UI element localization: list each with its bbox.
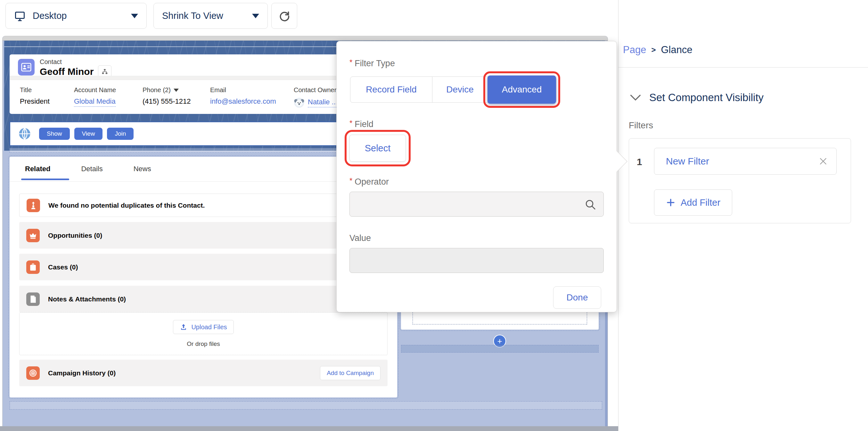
required-marker: * bbox=[349, 58, 352, 67]
opportunity-icon bbox=[26, 229, 40, 242]
related-list-opportunities[interactable]: Opportunities (0) bbox=[19, 222, 388, 248]
required-marker: * bbox=[349, 119, 352, 128]
add-filter-button[interactable]: Add Filter bbox=[654, 190, 732, 216]
contact-record-icon bbox=[18, 59, 35, 75]
show-button[interactable]: Show bbox=[39, 128, 70, 140]
field-label: * Field bbox=[349, 119, 373, 129]
account-link[interactable]: Global Media bbox=[74, 97, 116, 107]
device-selector-value: Desktop bbox=[33, 10, 67, 21]
filter-type-record-field[interactable]: Record Field bbox=[350, 77, 432, 102]
field-value: President bbox=[20, 97, 50, 106]
entity-type-label: Contact bbox=[40, 58, 62, 66]
field-label: Phone (2) bbox=[143, 87, 171, 94]
potential-duplicates-icon bbox=[27, 199, 40, 212]
filter-type-label: * Filter Type bbox=[349, 59, 395, 68]
tab-news[interactable]: News bbox=[133, 165, 151, 173]
refresh-icon bbox=[278, 10, 291, 23]
component-placeholder-strip bbox=[10, 401, 602, 409]
upload-files-button[interactable]: Upload Files bbox=[173, 320, 234, 334]
field-label: Account Name bbox=[74, 87, 116, 94]
filters-label: Filters bbox=[629, 120, 653, 131]
chevron-down-icon bbox=[131, 14, 138, 18]
active-tab-underline bbox=[21, 178, 69, 180]
view-button-label: View bbox=[82, 130, 95, 137]
related-list-title: Notes & Attachments (0) bbox=[48, 295, 126, 303]
filter-type-advanced-selected[interactable]: Advanced bbox=[488, 75, 556, 104]
new-filter-button[interactable]: New Filter bbox=[654, 148, 837, 175]
field-title: Title President bbox=[20, 87, 50, 106]
record-tabs: Related Details News bbox=[25, 165, 151, 173]
show-button-label: Show bbox=[47, 130, 62, 137]
monitor-icon bbox=[14, 10, 26, 22]
owner-link[interactable]: Natalie ... bbox=[308, 98, 338, 107]
chevron-down-icon[interactable] bbox=[174, 89, 179, 92]
note-icon bbox=[26, 293, 40, 306]
component-visibility-section-toggle[interactable]: Set Component Visibility bbox=[630, 92, 764, 104]
related-list-campaign-history[interactable]: Campaign History (0) Add to Campaign bbox=[19, 360, 388, 386]
field-select-button[interactable]: Select bbox=[349, 135, 406, 162]
filter-type-button-group: Record Field Device Advanced bbox=[350, 76, 556, 103]
operator-label: * Operator bbox=[349, 177, 389, 187]
view-mode-dropdown[interactable]: Shrink To View bbox=[153, 3, 268, 29]
component-placeholder-strip bbox=[401, 345, 599, 353]
breadcrumb-separator: > bbox=[651, 45, 656, 55]
breadcrumb: Page > Glance bbox=[623, 44, 692, 56]
related-list-notes-attachments[interactable]: Notes & Attachments (0) bbox=[19, 286, 388, 312]
duplicates-card: We found no potential duplicates of this… bbox=[19, 194, 388, 217]
chevron-down-icon bbox=[252, 14, 259, 18]
properties-panel: Page > Glance Set Component Visibility F… bbox=[618, 0, 868, 431]
panel-divider bbox=[619, 67, 868, 68]
related-list-title: Opportunities (0) bbox=[48, 232, 102, 239]
hierarchy-icon bbox=[101, 68, 108, 75]
tab-related[interactable]: Related bbox=[25, 165, 50, 173]
breadcrumb-page-link[interactable]: Page bbox=[623, 44, 646, 56]
file-drop-zone[interactable]: Upload Files Or drop files bbox=[19, 312, 388, 355]
search-icon bbox=[584, 198, 596, 212]
add-to-campaign-button[interactable]: Add to Campaign bbox=[320, 366, 380, 380]
section-title: Set Component Visibility bbox=[649, 92, 764, 104]
upload-icon bbox=[180, 323, 187, 331]
add-filter-label: Add Filter bbox=[681, 197, 720, 208]
device-selector-dropdown[interactable]: Desktop bbox=[5, 3, 147, 29]
refresh-button[interactable] bbox=[271, 3, 297, 29]
drop-files-hint: Or drop files bbox=[187, 340, 220, 347]
duplicates-message: We found no potential duplicates of this… bbox=[49, 202, 205, 209]
required-marker: * bbox=[349, 176, 352, 185]
value-input-disabled bbox=[349, 248, 604, 273]
window-bottom-edge bbox=[0, 426, 618, 431]
case-icon bbox=[26, 261, 40, 274]
related-list-title: Cases (0) bbox=[48, 263, 78, 271]
value-label: Value bbox=[349, 233, 371, 243]
tab-details[interactable]: Details bbox=[81, 165, 102, 173]
view-mode-value: Shrink To View bbox=[162, 10, 223, 21]
chevron-down-icon bbox=[630, 94, 641, 101]
filter-popover: * Filter Type Record Field Device Advanc… bbox=[336, 41, 617, 312]
remove-filter-icon[interactable] bbox=[818, 157, 828, 166]
join-button-label: Join bbox=[115, 130, 126, 137]
email-link[interactable]: info@salesforce.com bbox=[210, 97, 276, 106]
canvas-top-chrome bbox=[3, 36, 608, 41]
related-list-cases[interactable]: Cases (0) bbox=[19, 254, 388, 280]
custom-component-icon bbox=[18, 127, 31, 140]
view-button[interactable]: View bbox=[74, 128, 103, 140]
new-filter-label: New Filter bbox=[666, 156, 709, 167]
add-to-campaign-label: Add to Campaign bbox=[327, 370, 374, 376]
field-value: (415) 555-1212 bbox=[143, 97, 191, 106]
campaign-icon bbox=[26, 366, 40, 380]
record-name: Geoff Minor bbox=[40, 66, 94, 77]
field-email: Email info@salesforce.com bbox=[210, 87, 276, 106]
owner-avatar bbox=[294, 97, 305, 108]
field-phone: Phone (2) (415) 555-1212 bbox=[143, 87, 191, 106]
filter-index: 1 bbox=[637, 157, 642, 167]
field-label: Title bbox=[20, 87, 50, 94]
app-builder-window: Desktop Shrink To View Analyze Activatio… bbox=[0, 0, 868, 431]
related-list-title: Campaign History (0) bbox=[48, 369, 116, 377]
join-button[interactable]: Join bbox=[107, 128, 133, 140]
operator-input[interactable] bbox=[349, 192, 604, 217]
upload-files-label: Upload Files bbox=[191, 324, 227, 331]
breadcrumb-current: Glance bbox=[661, 44, 692, 56]
plus-icon bbox=[666, 198, 676, 207]
filter-type-device[interactable]: Device bbox=[432, 77, 488, 102]
field-label: Email bbox=[210, 87, 276, 94]
done-button[interactable]: Done bbox=[553, 286, 601, 309]
